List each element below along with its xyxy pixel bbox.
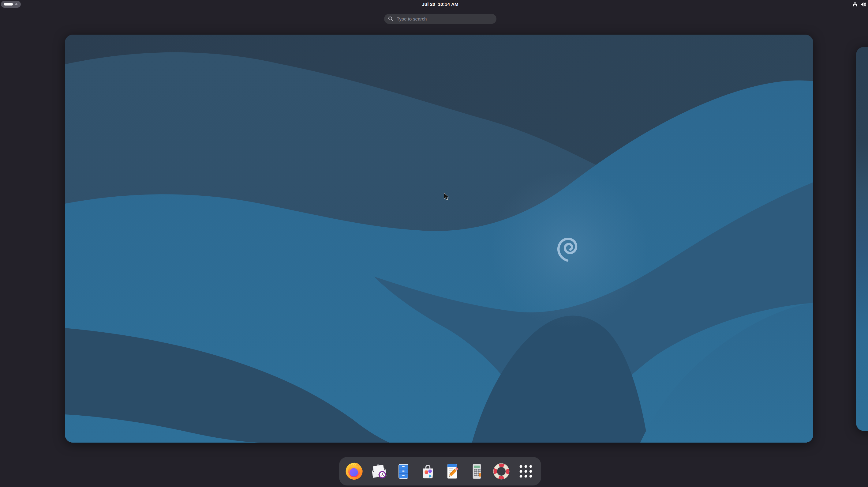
search-bar[interactable] (384, 14, 496, 24)
software-store-icon (419, 462, 437, 481)
dock-item-evolution[interactable] (369, 462, 389, 481)
gnome-activities-overview: Jul 20 10:14 AM (0, 0, 868, 487)
dock-item-calculator[interactable] (467, 462, 487, 481)
dock-item-software[interactable] (418, 462, 438, 481)
workspace-preview-1[interactable] (65, 35, 813, 442)
search-input[interactable] (384, 14, 496, 24)
clock[interactable]: Jul 20 10:14 AM (422, 1, 458, 8)
text-editor-icon (443, 462, 462, 481)
dock-item-files[interactable] (394, 462, 413, 481)
firefox-icon (345, 462, 364, 481)
dock (339, 457, 541, 485)
files-icon (394, 462, 412, 481)
debian-wallpaper (65, 35, 813, 442)
app-grid-icon (517, 462, 535, 481)
dock-item-text-editor[interactable] (442, 462, 462, 481)
top-bar: Jul 20 10:14 AM (0, 0, 868, 8)
workspace-indicator-active (4, 3, 13, 5)
dock-item-help[interactable] (492, 462, 511, 481)
workspace-preview-2[interactable] (856, 47, 868, 431)
dock-item-show-apps[interactable] (516, 462, 536, 481)
help-lifebuoy-icon (492, 462, 510, 481)
workspace-indicator-dot (15, 3, 17, 5)
dock-item-firefox[interactable] (345, 462, 364, 481)
workspace-indicator[interactable] (1, 1, 21, 8)
calculator-icon (468, 462, 486, 481)
network-wired-icon[interactable] (853, 0, 857, 8)
evolution-mail-icon (370, 462, 388, 481)
mouse-cursor (443, 193, 451, 201)
volume-icon[interactable] (861, 0, 866, 8)
